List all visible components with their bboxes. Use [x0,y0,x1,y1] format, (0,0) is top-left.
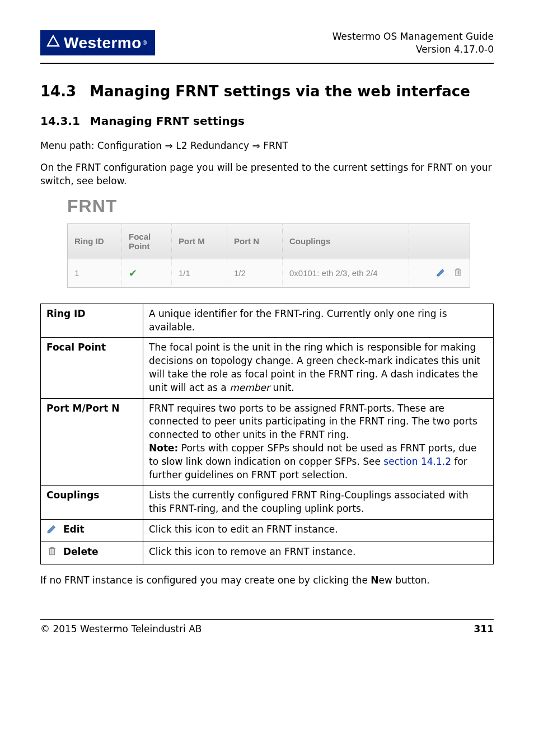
section-title-text: Managing FRNT settings via the web inter… [90,83,470,100]
arrow-icon: ⇒ [165,140,173,151]
trash-icon [46,548,61,559]
menu-path-line: Menu path: Configuration ⇒ L2 Redundancy… [40,139,494,153]
page-number: 311 [474,623,494,634]
arrow-icon: ⇒ [252,140,260,151]
def-edit-label-text: Edit [63,524,85,535]
cell-couplings: 0x0101: eth 2/3, eth 2/4 [283,259,409,287]
menu-path-mid: L2 Redundancy [173,140,252,151]
table-row: Focal Point The focal point is the unit … [41,338,494,398]
closing-post: ew button. [379,575,430,586]
table-row: 1 ✔ 1/1 1/2 0x0101: eth 2/3, eth 2/4 [68,259,470,287]
cell-actions [409,259,470,287]
def-portmn-a: FRNT requires two ports to be assigned F… [149,403,477,441]
def-label-edit: Edit [41,519,143,542]
col-focal-point: Focal Point [122,223,172,259]
table-row: Delete Click this icon to remove an FRNT… [41,542,494,564]
def-text-delete: Click this icon to remove an FRNT instan… [143,542,494,564]
logo-text: Westermo [64,34,142,52]
pencil-icon [436,267,446,277]
table-row: Ring ID A unique identifier for the FRNT… [41,304,494,338]
intro-paragraph: On the FRNT configuration page you will … [40,161,494,188]
footer-rule [40,619,494,620]
cell-ring-id: 1 [68,259,122,287]
page-footer: © 2015 Westermo Teleindustri AB 311 [40,623,494,634]
menu-path-prefix: Menu path: Configuration [40,140,165,151]
def-text-edit: Click this icon to edit an FRNT instance… [143,519,494,542]
edit-button[interactable] [436,267,446,279]
col-couplings: Couplings [283,223,409,259]
def-text-couplings: Lists the currently configured FRNT Ring… [143,486,494,520]
frnt-screenshot-table: Ring ID Focal Point Port M Port N Coupli… [67,223,470,288]
closing-bold: N [371,575,378,586]
cell-port-m: 1/1 [172,259,227,287]
trash-icon [453,267,463,277]
header-titles: Westermo OS Management Guide Version 4.1… [332,30,494,56]
section-number: 14.3 [40,83,76,100]
definitions-table: Ring ID A unique identifier for the FRNT… [40,304,494,564]
table-row: Edit Click this icon to edit an FRNT ins… [41,519,494,542]
pencil-icon [46,525,61,536]
table-header-row: Ring ID Focal Point Port M Port N Coupli… [68,223,470,259]
footer-copyright: © 2015 Westermo Teleindustri AB [40,623,202,634]
cell-port-n: 1/2 [227,259,283,287]
subsection-number: 14.3.1 [40,114,80,128]
col-actions [409,223,470,259]
def-focal-a: The focal point is the unit in the ring … [149,342,480,393]
def-text-port-mn: FRNT requires two ports to be assigned F… [143,398,494,486]
table-row: Couplings Lists the currently configured… [41,486,494,520]
subsection-heading: 14.3.1Managing FRNT settings [40,114,494,128]
registered-mark: ® [143,40,147,46]
closing-paragraph: If no FRNT instance is configured you ma… [40,573,494,587]
def-label-delete: Delete [41,542,143,564]
checkmark-icon: ✔ [129,268,137,279]
header-rule [40,63,494,64]
closing-pre: If no FRNT instance is configured you ma… [40,575,371,586]
section-heading: 14.3Managing FRNT settings via the web i… [40,83,494,100]
page-header: Westermo® Westermo OS Management Guide V… [40,30,494,56]
def-portmn-note-label: Note: [149,442,178,454]
brand-logo: Westermo® [40,30,155,55]
def-label-couplings: Couplings [41,486,143,520]
def-focal-b: member [229,382,270,393]
menu-path-end: FRNT [260,140,288,151]
col-port-m: Port M [172,223,227,259]
subsection-title-text: Managing FRNT settings [90,114,245,128]
def-label-port-mn: Port M/Port N [41,398,143,486]
def-delete-label-text: Delete [63,546,99,557]
cell-focal-point: ✔ [122,259,172,287]
def-text-ring-id: A unique identifier for the FRNT-ring. C… [143,304,494,338]
def-label-focal-point: Focal Point [41,338,143,398]
delete-button[interactable] [453,267,463,279]
screenshot-heading: FRNT [67,196,494,217]
def-focal-c: unit. [270,382,294,393]
def-portmn-link[interactable]: section 14.1.2 [383,456,451,467]
table-row: Port M/Port N FRNT requires two ports to… [41,398,494,486]
doc-version: Version 4.17.0-0 [332,43,494,56]
def-text-focal-point: The focal point is the unit in the ring … [143,338,494,398]
col-ring-id: Ring ID [68,223,122,259]
col-port-n: Port N [227,223,283,259]
def-label-ring-id: Ring ID [41,304,143,338]
doc-title: Westermo OS Management Guide [332,30,494,43]
logo-mark-icon [46,34,60,52]
